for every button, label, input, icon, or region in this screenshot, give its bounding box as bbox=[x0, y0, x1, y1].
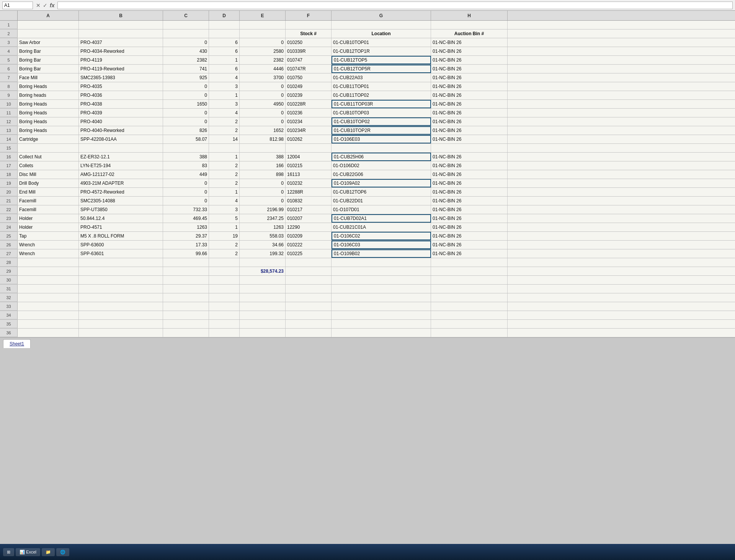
cell[interactable]: 01-NC-BIN 26 bbox=[431, 241, 508, 249]
cell[interactable]: 01-CUB10TOP2R bbox=[332, 126, 431, 135]
cell[interactable]: 01-NC-BIN 26 bbox=[431, 38, 508, 47]
cell[interactable]: 01-NC-BIN 26 bbox=[431, 82, 508, 91]
cell[interactable]: Boring Heads bbox=[18, 126, 79, 135]
cell[interactable] bbox=[286, 311, 332, 319]
cell[interactable]: Saw Arbor bbox=[18, 38, 79, 47]
cell[interactable] bbox=[240, 21, 286, 29]
cell[interactable] bbox=[332, 285, 431, 293]
cell[interactable] bbox=[332, 267, 431, 275]
cell[interactable] bbox=[240, 285, 286, 293]
cell[interactable]: Boring Bar bbox=[18, 65, 79, 73]
cell[interactable]: Boring Heads bbox=[18, 100, 79, 108]
cell[interactable] bbox=[431, 311, 508, 319]
cell[interactable]: 2382 bbox=[163, 56, 209, 64]
cell[interactable]: 58.07 bbox=[163, 135, 209, 143]
cell[interactable]: Boring Heads bbox=[18, 117, 79, 126]
cell[interactable]: 0 bbox=[163, 91, 209, 99]
cell[interactable] bbox=[79, 21, 163, 29]
cell[interactable]: 29.37 bbox=[163, 232, 209, 240]
col-header-c[interactable]: C bbox=[163, 11, 209, 20]
cell[interactable]: 2 bbox=[209, 179, 240, 187]
cell[interactable] bbox=[163, 144, 209, 152]
cell[interactable]: 010832 bbox=[286, 197, 332, 205]
cell[interactable]: Facemill bbox=[18, 197, 79, 205]
cell[interactable]: PRO-4036 bbox=[79, 91, 163, 99]
cell[interactable]: 388 bbox=[240, 153, 286, 161]
cell[interactable]: 0 bbox=[163, 82, 209, 91]
cell[interactable] bbox=[240, 311, 286, 319]
cell[interactable]: 01-CUB10TOP01 bbox=[332, 38, 431, 47]
cell[interactable] bbox=[163, 293, 209, 302]
cell[interactable]: 1 bbox=[209, 91, 240, 99]
cell[interactable]: Holder bbox=[18, 214, 79, 223]
cell[interactable]: 4950 bbox=[240, 100, 286, 108]
cell[interactable] bbox=[209, 276, 240, 284]
cell[interactable] bbox=[431, 276, 508, 284]
cell[interactable]: 01-NC-BIN 26 bbox=[431, 56, 508, 64]
cell[interactable] bbox=[431, 285, 508, 293]
cell[interactable]: PRO-4038 bbox=[79, 100, 163, 108]
cell[interactable]: 010232 bbox=[286, 179, 332, 187]
cell[interactable]: 1 bbox=[209, 153, 240, 161]
cell[interactable] bbox=[18, 302, 79, 311]
col-header-a[interactable]: A bbox=[18, 11, 79, 20]
cell[interactable]: $28,574.23 bbox=[240, 267, 286, 275]
cell[interactable]: Cartridge bbox=[18, 135, 79, 143]
cell[interactable]: 1652 bbox=[240, 126, 286, 135]
cell[interactable]: 010207 bbox=[286, 214, 332, 223]
cell[interactable]: 19 bbox=[209, 232, 240, 240]
cell[interactable]: Boring heads bbox=[18, 91, 79, 99]
cell[interactable]: 2 bbox=[209, 241, 240, 249]
cell[interactable]: 50.844.12.4 bbox=[79, 214, 163, 223]
cell[interactable] bbox=[79, 293, 163, 302]
cell[interactable]: 010239 bbox=[286, 91, 332, 99]
formula-input[interactable] bbox=[57, 2, 733, 9]
cell[interactable]: 01-O106E03 bbox=[332, 135, 431, 143]
cell[interactable] bbox=[240, 276, 286, 284]
cell[interactable]: 01-CUB11TOP02 bbox=[332, 91, 431, 99]
cell[interactable]: 0 bbox=[240, 91, 286, 99]
cell[interactable]: 01-NC-BIN 26 bbox=[431, 153, 508, 161]
cell[interactable]: SMC2305-14088 bbox=[79, 197, 163, 205]
cell[interactable]: 1263 bbox=[163, 223, 209, 231]
cell[interactable]: 812.98 bbox=[240, 135, 286, 143]
cell[interactable]: 0 bbox=[163, 117, 209, 126]
cell[interactable] bbox=[240, 29, 286, 38]
cell[interactable]: PRO-4039 bbox=[79, 109, 163, 117]
cell[interactable] bbox=[431, 267, 508, 275]
cell[interactable] bbox=[240, 144, 286, 152]
col-header-b[interactable]: B bbox=[79, 11, 163, 20]
cell[interactable] bbox=[209, 285, 240, 293]
cell[interactable] bbox=[163, 329, 209, 337]
cell[interactable] bbox=[18, 144, 79, 152]
cell[interactable]: 01-O106C02 bbox=[332, 232, 431, 240]
cell[interactable]: 01-CUB12TOP5 bbox=[332, 56, 431, 64]
cell[interactable] bbox=[79, 302, 163, 311]
cell[interactable]: PRO-4571 bbox=[79, 223, 163, 231]
cell[interactable]: 01-NC-BIN 26 bbox=[431, 109, 508, 117]
cell[interactable]: EZ-ER32-12.1 bbox=[79, 153, 163, 161]
cell[interactable]: 558.03 bbox=[240, 232, 286, 240]
cell[interactable] bbox=[286, 276, 332, 284]
cell[interactable]: 166 bbox=[240, 161, 286, 170]
cell[interactable]: 430 bbox=[163, 47, 209, 55]
sheet-tab-sheet1[interactable]: Sheet1 bbox=[3, 339, 31, 348]
cell[interactable]: 010209 bbox=[286, 232, 332, 240]
cell[interactable]: 01-CUB22A03 bbox=[332, 73, 431, 82]
cell[interactable]: 12290 bbox=[286, 223, 332, 231]
col-header-h[interactable]: H bbox=[431, 11, 508, 20]
cell[interactable]: 010262 bbox=[286, 135, 332, 143]
cell[interactable]: Facemill bbox=[18, 205, 79, 214]
cell[interactable] bbox=[163, 21, 209, 29]
col-header-g[interactable]: G bbox=[332, 11, 431, 20]
cell[interactable] bbox=[240, 293, 286, 302]
cell[interactable]: 741 bbox=[163, 65, 209, 73]
cell[interactable] bbox=[286, 329, 332, 337]
cell[interactable]: 01-CUB12TOP1R bbox=[332, 47, 431, 55]
cell[interactable]: 732.33 bbox=[163, 205, 209, 214]
cell[interactable]: Boring Heads bbox=[18, 82, 79, 91]
cell[interactable] bbox=[209, 302, 240, 311]
cell[interactable]: 01-O106D02 bbox=[332, 161, 431, 170]
cell[interactable]: 01-CUB10TOP03 bbox=[332, 109, 431, 117]
cell[interactable]: PRO-4034-Reworked bbox=[79, 47, 163, 55]
